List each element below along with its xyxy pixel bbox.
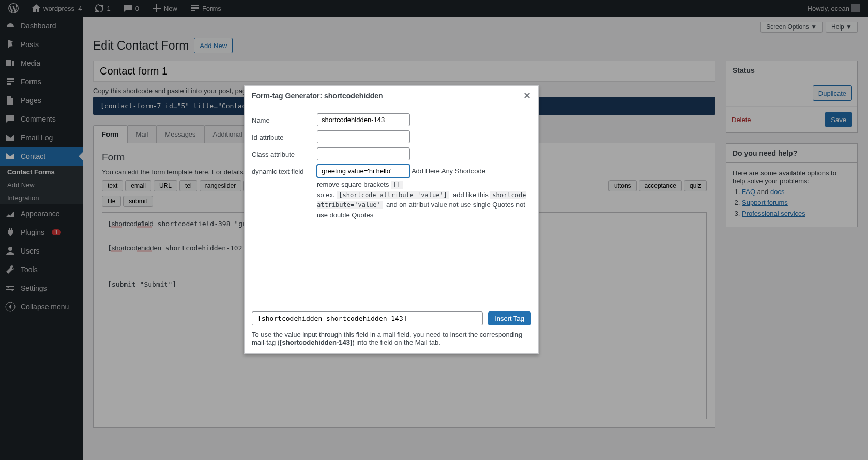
class-label: Class attribute [252, 147, 317, 158]
instruction-text: remove square brackets [] so ex. [shortc… [317, 180, 531, 220]
add-here-text: Add Here Any Shortcode [412, 167, 485, 175]
dynamic-text-input[interactable] [317, 165, 410, 177]
modal-close-button[interactable]: ✕ [523, 90, 531, 101]
name-input[interactable] [317, 113, 410, 126]
modal-title: Form-tag Generator: shortcodehidden [252, 92, 383, 100]
footer-note: To use the value input through this fiel… [252, 331, 531, 346]
insert-tag-button[interactable]: Insert Tag [488, 311, 531, 325]
name-label: Name [252, 113, 317, 124]
form-tag-generator-modal: Form-tag Generator: shortcodehidden ✕ Na… [244, 85, 539, 354]
id-label: Id attribute [252, 130, 317, 141]
shortcode-output[interactable] [252, 311, 483, 325]
dynamic-label: dynamic text field [252, 165, 317, 175]
class-input[interactable] [317, 147, 410, 160]
id-input[interactable] [317, 130, 410, 143]
